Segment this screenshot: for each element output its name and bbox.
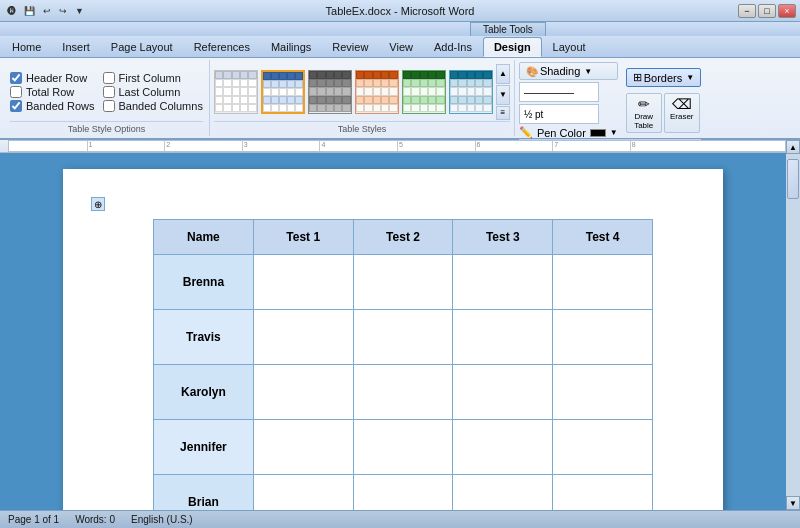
row-travis-test3[interactable] bbox=[453, 310, 553, 365]
styles-scroll-up[interactable]: ▲ bbox=[496, 64, 510, 84]
close-button[interactable]: × bbox=[778, 4, 796, 18]
row-brenna-test1[interactable] bbox=[253, 255, 353, 310]
tab-layout[interactable]: Layout bbox=[543, 37, 596, 57]
last-column-checkbox[interactable]: Last Column bbox=[103, 86, 203, 98]
styles-scroll-down[interactable]: ▼ bbox=[496, 85, 510, 105]
row-name-karolyn[interactable]: Karolyn bbox=[154, 365, 254, 420]
table-header-row: Name Test 1 Test 2 Test 3 Test 4 bbox=[154, 220, 653, 255]
shading-borders-row: 🎨 Shading ▼ ————— ½ pt bbox=[519, 62, 701, 139]
draw-borders-content: 🎨 Shading ▼ ————— ½ pt bbox=[519, 62, 701, 139]
pen-color-dropdown[interactable]: ▼ bbox=[610, 128, 618, 137]
tab-design[interactable]: Design bbox=[483, 37, 542, 57]
row-karolyn-test1[interactable] bbox=[253, 365, 353, 420]
document-page: ⊕ Name Test 1 Test 2 Test 3 Test 4 bbox=[63, 169, 723, 510]
row-brenna-test2[interactable] bbox=[353, 255, 453, 310]
document-background: ⊕ Name Test 1 Test 2 Test 3 Test 4 bbox=[0, 153, 786, 510]
tab-view[interactable]: View bbox=[379, 37, 423, 57]
eraser-button[interactable]: ⌫ Eraser bbox=[664, 93, 700, 133]
style-swatch-1[interactable] bbox=[214, 70, 258, 114]
banded-rows-checkbox[interactable]: Banded Rows bbox=[10, 100, 95, 112]
word-count: Words: 0 bbox=[75, 514, 115, 525]
header-row-input[interactable] bbox=[10, 72, 22, 84]
draw-table-button[interactable]: ✏ DrawTable bbox=[626, 93, 662, 133]
maximize-button[interactable]: □ bbox=[758, 4, 776, 18]
row-brenna-test3[interactable] bbox=[453, 255, 553, 310]
line-weight-selector[interactable]: ½ pt bbox=[519, 104, 599, 124]
row-brian-test2[interactable] bbox=[353, 475, 453, 511]
style-swatch-4[interactable] bbox=[355, 70, 399, 114]
row-travis-test4[interactable] bbox=[553, 310, 653, 365]
pen-icon: ✏️ bbox=[519, 126, 533, 139]
styles-dropdown-arrow[interactable]: ≡ bbox=[496, 106, 510, 120]
header-row-checkbox[interactable]: Header Row bbox=[10, 72, 95, 84]
style-swatch-6[interactable] bbox=[449, 70, 493, 114]
ruler: 1 2 3 4 5 6 7 8 bbox=[0, 140, 786, 153]
row-karolyn-test4[interactable] bbox=[553, 365, 653, 420]
col-header-test3: Test 3 bbox=[453, 220, 553, 255]
row-jennifer-test4[interactable] bbox=[553, 420, 653, 475]
first-column-input[interactable] bbox=[103, 72, 115, 84]
style-swatch-5[interactable] bbox=[402, 70, 446, 114]
row-travis-test1[interactable] bbox=[253, 310, 353, 365]
total-row-input[interactable] bbox=[10, 86, 22, 98]
tab-references[interactable]: References bbox=[184, 37, 260, 57]
row-karolyn-test2[interactable] bbox=[353, 365, 453, 420]
row-brian-test4[interactable] bbox=[553, 475, 653, 511]
line-weight-row: ½ pt bbox=[519, 104, 618, 124]
table-style-options-label: Table Style Options bbox=[10, 121, 203, 134]
col-header-test2: Test 2 bbox=[353, 220, 453, 255]
undo-button[interactable]: ↩ bbox=[40, 5, 54, 17]
first-column-checkbox[interactable]: First Column bbox=[103, 72, 203, 84]
table-styles-group: ▲ ▼ ≡ Table Styles bbox=[210, 60, 515, 136]
pen-color-row: ✏️ Pen Color ▼ bbox=[519, 126, 618, 139]
banded-columns-input[interactable] bbox=[103, 100, 115, 112]
banded-rows-input[interactable] bbox=[10, 100, 22, 112]
row-jennifer-test2[interactable] bbox=[353, 420, 453, 475]
minimize-button[interactable]: − bbox=[738, 4, 756, 18]
tab-insert[interactable]: Insert bbox=[52, 37, 100, 57]
table-row: Brenna bbox=[154, 255, 653, 310]
window-controls: − □ × bbox=[738, 4, 796, 18]
style-swatch-2-selected[interactable] bbox=[261, 70, 305, 114]
main-window: 🅦 💾 ↩ ↪ ▼ TableEx.docx - Microsoft Word … bbox=[0, 0, 800, 528]
row-brenna-test4[interactable] bbox=[553, 255, 653, 310]
row-name-travis[interactable]: Travis bbox=[154, 310, 254, 365]
style-swatch-3[interactable] bbox=[308, 70, 352, 114]
table-move-handle[interactable]: ⊕ bbox=[91, 197, 105, 211]
row-travis-test2[interactable] bbox=[353, 310, 453, 365]
tab-home[interactable]: Home bbox=[2, 37, 51, 57]
v-scroll-down-button[interactable]: ▼ bbox=[786, 496, 800, 510]
draw-table-icon: ✏ bbox=[638, 96, 650, 112]
quick-access-dropdown[interactable]: ▼ bbox=[72, 5, 87, 17]
styles-scroll-arrows: ▲ ▼ ≡ bbox=[496, 64, 510, 120]
tab-page-layout[interactable]: Page Layout bbox=[101, 37, 183, 57]
row-name-brian[interactable]: Brian bbox=[154, 475, 254, 511]
row-name-brenna[interactable]: Brenna bbox=[154, 255, 254, 310]
borders-button[interactable]: ⊞ Borders ▼ bbox=[626, 68, 701, 87]
shading-button[interactable]: 🎨 Shading ▼ bbox=[519, 62, 618, 80]
row-karolyn-test3[interactable] bbox=[453, 365, 553, 420]
total-row-checkbox[interactable]: Total Row bbox=[10, 86, 95, 98]
pen-color-swatch[interactable] bbox=[590, 129, 606, 137]
row-name-jennifer[interactable]: Jennifer bbox=[154, 420, 254, 475]
last-column-input[interactable] bbox=[103, 86, 115, 98]
row-brian-test3[interactable] bbox=[453, 475, 553, 511]
row-jennifer-test3[interactable] bbox=[453, 420, 553, 475]
tab-mailings[interactable]: Mailings bbox=[261, 37, 321, 57]
quick-access-toolbar: 🅦 💾 ↩ ↪ ▼ bbox=[4, 5, 87, 17]
row-jennifer-test1[interactable] bbox=[253, 420, 353, 475]
row-brian-test1[interactable] bbox=[253, 475, 353, 511]
v-scroll-up-button[interactable]: ▲ bbox=[786, 140, 800, 154]
window-title: TableEx.docx - Microsoft Word bbox=[0, 5, 800, 17]
table-tools-bar: Table Tools bbox=[0, 22, 800, 36]
save-button[interactable]: 💾 bbox=[21, 5, 38, 17]
shading-icon: 🎨 bbox=[526, 66, 538, 77]
redo-button[interactable]: ↪ bbox=[56, 5, 70, 17]
tab-review[interactable]: Review bbox=[322, 37, 378, 57]
line-style-selector[interactable]: ————— bbox=[519, 82, 599, 102]
table-style-options-group: Header Row Total Row Banded Rows First C… bbox=[4, 60, 210, 136]
banded-columns-checkbox[interactable]: Banded Columns bbox=[103, 100, 203, 112]
v-scroll-track[interactable] bbox=[786, 154, 800, 496]
v-scroll-thumb[interactable] bbox=[787, 159, 799, 199]
tab-add-ins[interactable]: Add-Ins bbox=[424, 37, 482, 57]
